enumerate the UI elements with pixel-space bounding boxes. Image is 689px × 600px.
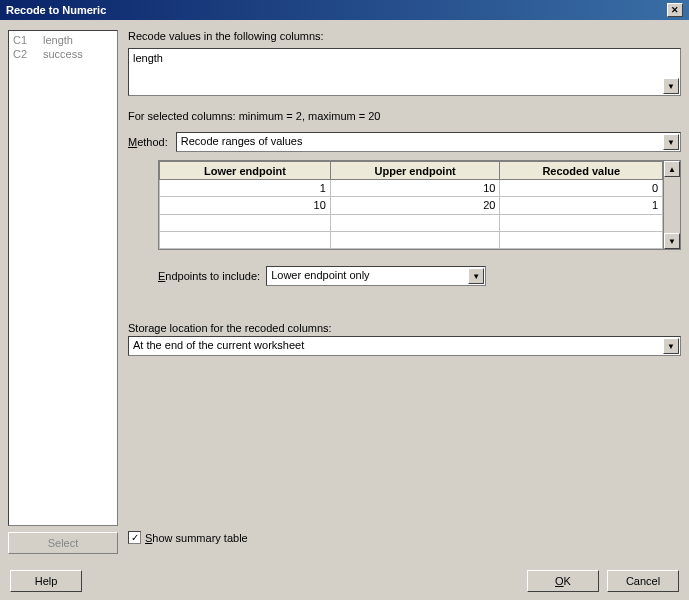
scroll-up-button[interactable]: ▲ — [664, 161, 680, 177]
summary-checkbox[interactable]: ✓ — [128, 531, 141, 544]
dropdown-arrow-icon: ▼ — [468, 268, 484, 284]
chevron-down-icon: ▼ — [668, 237, 676, 246]
table-row[interactable] — [160, 214, 663, 231]
column-id: C2 — [13, 48, 33, 60]
recode-table-wrap: Lower endpoint Upper endpoint Recoded va… — [158, 160, 681, 250]
header-recoded: Recoded value — [500, 162, 663, 180]
columns-input[interactable]: length ▼ — [128, 48, 681, 96]
summary-checkbox-row: ✓ Show summary table — [128, 531, 681, 544]
title-bar: Recode to Numeric ✕ — [0, 0, 689, 20]
header-lower: Lower endpoint — [160, 162, 331, 180]
table-row[interactable]: 1 10 0 — [160, 180, 663, 197]
help-button[interactable]: Help — [10, 570, 82, 592]
endpoints-value: Lower endpoint only — [271, 269, 369, 281]
right-buttons: OK Cancel — [527, 570, 679, 594]
content-area: C1 length C2 success Select Recode value… — [0, 20, 689, 554]
window-title: Recode to Numeric — [6, 4, 106, 16]
columns-value: length — [133, 52, 163, 64]
method-label: Method: — [128, 136, 168, 148]
method-value: Recode ranges of values — [181, 135, 303, 147]
column-item[interactable]: C2 success — [11, 47, 115, 61]
storage-dropdown[interactable]: At the end of the current worksheet ▼ — [128, 336, 681, 356]
left-panel: C1 length C2 success Select — [8, 30, 118, 554]
left-buttons: Help — [10, 570, 82, 594]
recode-values-label: Recode values in the following columns: — [128, 30, 681, 42]
method-row: Method: Recode ranges of values ▼ — [128, 132, 681, 152]
cell-upper[interactable]: 20 — [330, 197, 500, 214]
endpoints-dropdown[interactable]: Lower endpoint only ▼ — [266, 266, 486, 286]
dropdown-arrow-icon: ▼ — [663, 338, 679, 354]
header-upper: Upper endpoint — [330, 162, 500, 180]
close-icon: ✕ — [671, 5, 679, 15]
chevron-down-icon: ▼ — [667, 82, 675, 91]
cell-upper[interactable] — [330, 214, 500, 231]
cancel-button[interactable]: Cancel — [607, 570, 679, 592]
column-id: C1 — [13, 34, 33, 46]
table-row[interactable] — [160, 231, 663, 248]
column-list[interactable]: C1 length C2 success — [8, 30, 118, 526]
scroll-down-button[interactable]: ▼ — [663, 78, 679, 94]
endpoints-label: Endpoints to include: — [158, 270, 260, 282]
cell-lower[interactable] — [160, 214, 331, 231]
bottom-bar: Help OK Cancel — [0, 564, 689, 600]
column-name: success — [43, 48, 83, 60]
cell-lower[interactable]: 1 — [160, 180, 331, 197]
table-scrollbar[interactable]: ▲ ▼ — [663, 161, 680, 249]
endpoints-row: Endpoints to include: Lower endpoint onl… — [158, 266, 681, 286]
column-name: length — [43, 34, 73, 46]
column-item[interactable]: C1 length — [11, 33, 115, 47]
cell-lower[interactable] — [160, 231, 331, 248]
recode-table[interactable]: Lower endpoint Upper endpoint Recoded va… — [159, 161, 663, 249]
cell-recoded[interactable] — [500, 231, 663, 248]
storage-label: Storage location for the recoded columns… — [128, 322, 681, 334]
scroll-down-button[interactable]: ▼ — [664, 233, 680, 249]
table-row[interactable]: 10 20 1 — [160, 197, 663, 214]
close-button[interactable]: ✕ — [667, 3, 683, 17]
ok-button[interactable]: OK — [527, 570, 599, 592]
select-button: Select — [8, 532, 118, 554]
checkmark-icon: ✓ — [131, 532, 139, 543]
cell-upper[interactable]: 10 — [330, 180, 500, 197]
cell-upper[interactable] — [330, 231, 500, 248]
cell-recoded[interactable] — [500, 214, 663, 231]
dropdown-arrow-icon: ▼ — [663, 134, 679, 150]
cell-recoded[interactable]: 1 — [500, 197, 663, 214]
summary-label: Show summary table — [145, 532, 248, 544]
cell-lower[interactable]: 10 — [160, 197, 331, 214]
right-panel: Recode values in the following columns: … — [128, 30, 681, 554]
storage-value: At the end of the current worksheet — [133, 339, 304, 351]
chevron-up-icon: ▲ — [668, 165, 676, 174]
cell-recoded[interactable]: 0 — [500, 180, 663, 197]
storage-section: Storage location for the recoded columns… — [128, 322, 681, 356]
selected-range-label: For selected columns: minimum = 2, maxim… — [128, 110, 681, 122]
method-dropdown[interactable]: Recode ranges of values ▼ — [176, 132, 681, 152]
